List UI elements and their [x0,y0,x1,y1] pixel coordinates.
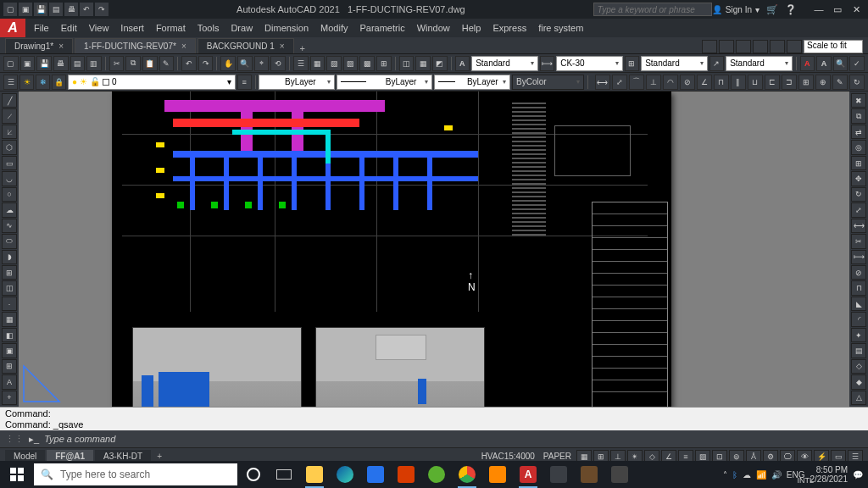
tablestyle-dropdown[interactable]: Standard▾ [641,56,707,71]
xline-icon[interactable]: ⟋ [2,108,17,123]
qat-saveas-icon[interactable]: ▤ [49,3,63,16]
preview-icon[interactable]: ▤ [70,56,86,71]
dim-radius-icon[interactable]: ◠ [663,75,678,90]
block-icon[interactable]: ◫ [2,280,17,295]
markup-icon[interactable]: ▩ [359,56,375,71]
plotstyle-dropdown[interactable]: ByColor▾ [512,75,584,90]
signin-button[interactable]: 👤 Sign In ▾ [712,5,760,14]
gradient-icon[interactable]: ◧ [2,328,17,342]
close-button[interactable]: ✕ [848,3,865,16]
hatch-icon[interactable]: ▦ [2,312,17,326]
mleader-icon[interactable]: ↗ [709,56,725,71]
cart-icon[interactable]: 🛒 [766,4,778,15]
dim-space-icon[interactable]: ⊏ [765,75,780,90]
osnap3-icon[interactable]: △ [851,391,866,405]
qat-open-icon[interactable]: ▣ [19,3,32,16]
qat-redo-icon[interactable]: ↷ [95,3,108,16]
mlstyle-dropdown[interactable]: Standard▾ [726,56,792,71]
open-icon[interactable]: ▣ [20,56,36,71]
cmd-chevron-icon[interactable]: ▸_ [29,434,39,445]
store-icon[interactable] [361,461,390,488]
array-icon[interactable]: ⊞ [851,156,866,170]
qat-save-icon[interactable]: 💾 [34,3,47,16]
menu-view[interactable]: View [89,23,109,33]
tray-cloud-icon[interactable]: ☁ [743,470,751,480]
table-icon[interactable]: ⊞ [625,56,640,71]
scale-dropdown[interactable]: Scale to fit [804,40,863,53]
menu-window[interactable]: Window [417,23,450,33]
table-icon[interactable]: ⊞ [2,359,17,374]
mirror-icon[interactable]: ⇄ [851,125,866,139]
menu-draw[interactable]: Draw [231,23,253,33]
layer-on-icon[interactable]: ☀ [19,75,34,90]
undo-icon[interactable]: ↶ [181,56,197,71]
cortana-icon[interactable] [239,461,268,488]
file-tab-background[interactable]: BACKGROUND 1× [198,38,294,53]
space-toggle[interactable]: PAPER [540,452,575,461]
centermark-icon[interactable]: ⊕ [815,75,831,90]
chrome-icon[interactable] [453,461,481,488]
dim-diameter-icon[interactable]: ⊘ [680,75,695,90]
file-tab-drawing1[interactable]: Drawing1*× [5,38,73,53]
dim-angular-icon[interactable]: ∠ [697,75,712,90]
textA-icon[interactable]: A [800,56,815,71]
toolpalette-icon[interactable]: ▧ [326,56,342,71]
command-input[interactable]: Type a command [44,434,115,444]
tolerance-icon[interactable]: ⊞ [798,75,814,90]
designcenter-icon[interactable]: ▦ [310,56,326,71]
anno-scale[interactable]: HVAC15:4000 [478,452,538,461]
menu-firesystem[interactable]: fire system [538,23,583,33]
cut-icon[interactable]: ✂ [109,56,125,71]
tray-bluetooth-icon[interactable]: ᛒ [732,470,737,480]
calc-icon[interactable]: ⊞ [376,56,392,71]
revcloud-icon[interactable]: ☁ [2,202,17,217]
linetype-dropdown[interactable]: ByLayer▾ [337,75,432,90]
layermake-icon[interactable]: ≡ [237,75,252,90]
vlc-icon[interactable] [483,461,512,488]
move-icon[interactable]: ✥ [851,171,866,186]
close-icon[interactable]: × [58,42,64,51]
layer-dropdown[interactable]: ● ☀ 🔓 0 ▾ [68,75,236,90]
dim-continue-icon[interactable]: ⊔ [748,75,763,90]
redo-icon[interactable]: ↷ [198,56,214,71]
dim-ordinate-icon[interactable]: ⊥ [646,75,661,90]
help-search-input[interactable] [593,3,712,16]
menu-parametric[interactable]: Parametric [359,23,404,33]
dim-update-icon[interactable]: ↻ [849,75,865,90]
dim-quick-icon[interactable]: ⊓ [714,75,729,90]
publish-icon[interactable]: ▥ [86,56,102,71]
textstyle-dropdown[interactable]: Standard▾ [471,56,537,71]
new-icon[interactable]: ▢ [3,56,19,71]
qat-undo-icon[interactable]: ↶ [80,3,93,16]
new-tab-button[interactable]: + [296,43,309,53]
point-icon[interactable]: · [2,297,17,311]
windows-search[interactable]: 🔍 Type here to search [34,463,237,485]
constraint-icon[interactable] [787,40,802,53]
add-layout-button[interactable]: + [153,452,166,461]
spell-icon[interactable]: ✓ [849,56,865,71]
region-icon[interactable]: ▣ [2,343,17,358]
layer-freeze-icon[interactable]: ❄ [36,75,50,90]
sheetset-icon[interactable]: ▨ [343,56,359,71]
osnap2-icon[interactable]: ◆ [851,374,866,389]
mail-icon[interactable] [392,461,420,488]
menu-modify[interactable]: Modify [320,23,348,33]
match-icon[interactable]: ✎ [159,56,175,71]
taskview-icon[interactable] [270,461,298,488]
autocad-icon[interactable]: A [514,461,542,488]
dim-break-icon[interactable]: ⊐ [782,75,797,90]
constraint-icon[interactable] [736,40,751,53]
lineweight-dropdown[interactable]: ByLayer▾ [434,75,510,90]
minimize-button[interactable]: — [810,3,827,16]
cmd-handle-icon[interactable]: ⋮⋮ [5,434,24,445]
color-dropdown[interactable]: ByLayer▾ [259,75,335,90]
edge-icon[interactable] [331,461,359,488]
notifications-icon[interactable]: 💬 [853,470,863,480]
explode-icon[interactable]: ✦ [851,328,866,342]
mtext-icon[interactable]: A [2,374,17,389]
menu-tools[interactable]: Tools [198,23,220,33]
close-icon[interactable]: × [181,42,186,51]
find-icon[interactable]: 🔍 [833,56,849,71]
constraint-icon[interactable] [770,40,785,53]
offset-icon[interactable]: ◎ [851,140,866,154]
